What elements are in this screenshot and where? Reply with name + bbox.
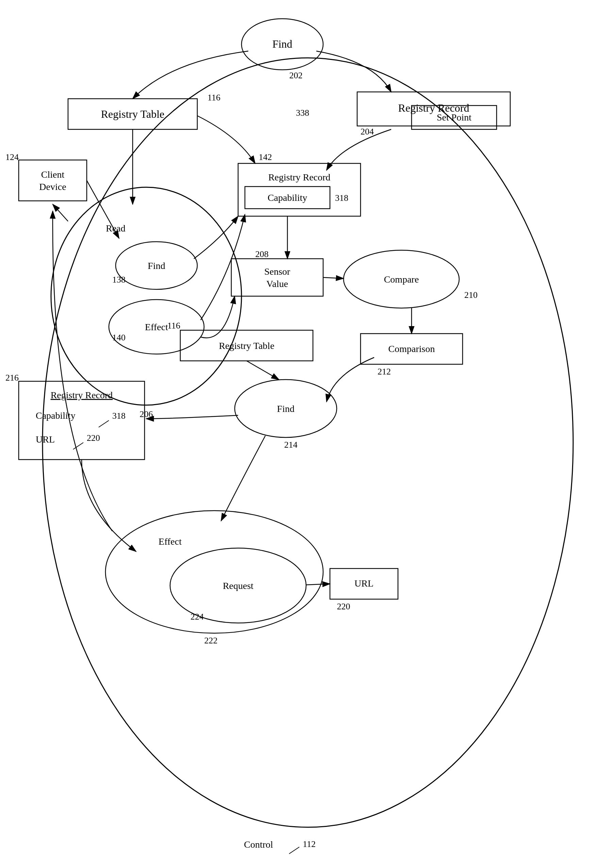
- url-row-label: URL: [36, 434, 55, 445]
- find-inner-label: Find: [148, 260, 165, 271]
- registry-table-top-label: Registry Table: [101, 108, 164, 120]
- svg-point-1: [51, 187, 242, 405]
- find-mid-ref: 214: [284, 440, 298, 450]
- registry-table-top-ref: 116: [207, 93, 220, 102]
- capability-inner-ref: 318: [335, 193, 348, 203]
- find-inner-ref: 138: [112, 275, 126, 285]
- registry-record-cap-label: Registry Record: [269, 172, 331, 183]
- client-device-ref: 124: [5, 152, 19, 162]
- effect-bottom-ellipse: [105, 511, 323, 633]
- find-mid-label: Find: [277, 404, 294, 414]
- find-top-label: Find: [272, 38, 292, 50]
- registry-record-detail-title: Registry Record: [51, 390, 113, 400]
- registry-record-detail-ref: 216: [5, 373, 19, 383]
- registry-record-top-ref: 204: [361, 127, 374, 137]
- compare-ref: 210: [464, 290, 478, 300]
- url-box-label: URL: [354, 578, 374, 589]
- svg-line-3: [99, 421, 109, 427]
- svg-line-5: [289, 847, 299, 854]
- comparison-label: Comparison: [388, 344, 435, 354]
- effect-inner-label: Effect: [145, 322, 168, 332]
- ref-338: 338: [296, 108, 309, 118]
- find-top-ref: 202: [289, 71, 303, 80]
- capability-row-ref: 318: [112, 411, 126, 421]
- registry-table-mid-label: Registry Table: [219, 341, 274, 351]
- sensor-value-ref: 208: [255, 249, 269, 259]
- request-ref: 224: [190, 612, 204, 622]
- control-label: Control: [244, 839, 273, 850]
- read-ellipse-ref: 206: [140, 409, 153, 419]
- sensor-value-label2: Value: [266, 279, 288, 289]
- client-device-label2: Device: [39, 181, 66, 192]
- effect-inner-ref: 140: [112, 333, 126, 342]
- comparison-ref: 212: [377, 367, 391, 377]
- client-device-label1: Client: [41, 169, 64, 180]
- capability-inner-label: Capability: [268, 192, 308, 203]
- control-ref: 112: [303, 839, 316, 849]
- compare-label: Compare: [384, 274, 419, 285]
- client-device-box: [19, 160, 87, 201]
- registry-table-mid-ref: 116: [167, 321, 180, 331]
- url-row-ref: 220: [87, 433, 100, 443]
- sensor-value-box: [231, 259, 323, 296]
- sensor-value-label1: Sensor: [264, 266, 291, 277]
- request-label: Request: [223, 580, 253, 591]
- set-point-label: Set Point: [437, 112, 471, 123]
- effect-bottom-ref: 222: [204, 635, 218, 645]
- effect-bottom-label: Effect: [159, 536, 182, 547]
- url-box-ref: 220: [337, 602, 350, 612]
- registry-record-cap-ref: 142: [259, 152, 272, 162]
